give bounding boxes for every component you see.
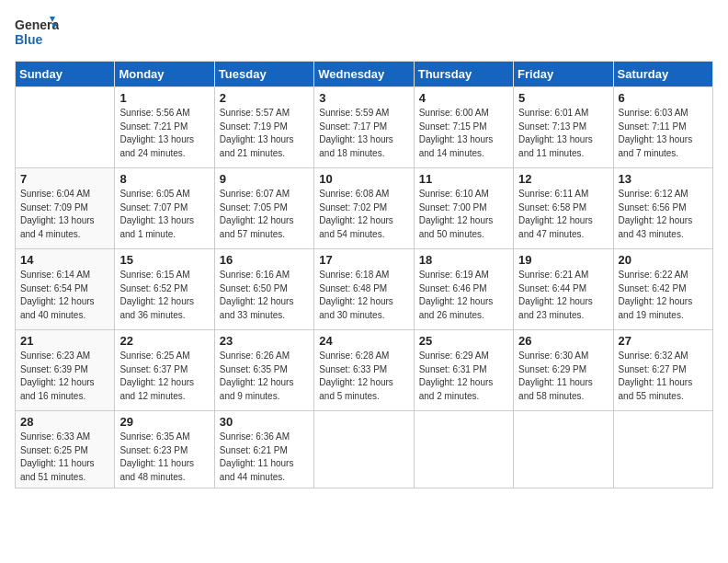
day-number: 13 bbox=[619, 172, 708, 186]
day-number: 26 bbox=[518, 334, 608, 348]
cell-details: Sunrise: 6:35 AMSunset: 6:23 PMDaylight:… bbox=[119, 431, 209, 484]
weekday-header: Thursday bbox=[414, 62, 513, 87]
calendar-cell: 26Sunrise: 6:30 AMSunset: 6:29 PMDayligh… bbox=[514, 330, 613, 411]
calendar-cell: 24Sunrise: 6:28 AMSunset: 6:33 PMDayligh… bbox=[314, 330, 414, 411]
calendar-cell: 2Sunrise: 5:57 AMSunset: 7:19 PMDaylight… bbox=[214, 87, 313, 168]
cell-details: Sunrise: 5:57 AMSunset: 7:19 PMDaylight:… bbox=[220, 107, 309, 160]
cell-details: Sunrise: 6:32 AMSunset: 6:27 PMDaylight:… bbox=[619, 350, 708, 403]
day-number: 17 bbox=[319, 253, 408, 267]
cell-details: Sunrise: 6:30 AMSunset: 6:29 PMDaylight:… bbox=[518, 350, 608, 403]
cell-details: Sunrise: 6:29 AMSunset: 6:31 PMDaylight:… bbox=[419, 350, 508, 403]
calendar-week-row: 1Sunrise: 5:56 AMSunset: 7:21 PMDaylight… bbox=[16, 87, 713, 168]
calendar-cell: 16Sunrise: 6:16 AMSunset: 6:50 PMDayligh… bbox=[214, 249, 313, 330]
day-number: 24 bbox=[319, 334, 408, 348]
weekday-header: Wednesday bbox=[314, 62, 414, 87]
day-number: 11 bbox=[419, 172, 508, 186]
cell-details: Sunrise: 6:04 AMSunset: 7:09 PMDaylight:… bbox=[20, 188, 109, 241]
calendar-cell: 5Sunrise: 6:01 AMSunset: 7:13 PMDaylight… bbox=[514, 87, 613, 168]
calendar-cell bbox=[16, 87, 115, 168]
calendar-cell bbox=[613, 411, 712, 488]
calendar-cell: 14Sunrise: 6:14 AMSunset: 6:54 PMDayligh… bbox=[16, 249, 115, 330]
cell-details: Sunrise: 6:03 AMSunset: 7:11 PMDaylight:… bbox=[619, 107, 708, 160]
calendar-cell: 13Sunrise: 6:12 AMSunset: 6:56 PMDayligh… bbox=[613, 168, 712, 249]
calendar-cell: 6Sunrise: 6:03 AMSunset: 7:11 PMDaylight… bbox=[613, 87, 712, 168]
weekday-header: Sunday bbox=[16, 62, 115, 87]
logo: General Blue bbox=[15, 15, 59, 55]
calendar-cell: 12Sunrise: 6:11 AMSunset: 6:58 PMDayligh… bbox=[514, 168, 613, 249]
cell-details: Sunrise: 6:15 AMSunset: 6:52 PMDaylight:… bbox=[119, 269, 209, 322]
cell-details: Sunrise: 6:08 AMSunset: 7:02 PMDaylight:… bbox=[319, 188, 408, 241]
weekday-header: Saturday bbox=[613, 62, 712, 87]
day-number: 28 bbox=[20, 415, 109, 429]
day-number: 3 bbox=[319, 91, 408, 105]
day-number: 8 bbox=[119, 172, 209, 186]
day-number: 7 bbox=[20, 172, 109, 186]
cell-details: Sunrise: 6:25 AMSunset: 6:37 PMDaylight:… bbox=[119, 350, 209, 403]
calendar-cell: 28Sunrise: 6:33 AMSunset: 6:25 PMDayligh… bbox=[16, 411, 115, 488]
cell-details: Sunrise: 6:23 AMSunset: 6:39 PMDaylight:… bbox=[20, 350, 109, 403]
calendar-cell: 11Sunrise: 6:10 AMSunset: 7:00 PMDayligh… bbox=[414, 168, 513, 249]
day-number: 6 bbox=[619, 91, 708, 105]
calendar-week-row: 28Sunrise: 6:33 AMSunset: 6:25 PMDayligh… bbox=[16, 411, 713, 488]
calendar-cell: 19Sunrise: 6:21 AMSunset: 6:44 PMDayligh… bbox=[514, 249, 613, 330]
cell-details: Sunrise: 6:36 AMSunset: 6:21 PMDaylight:… bbox=[220, 431, 309, 484]
cell-details: Sunrise: 6:14 AMSunset: 6:54 PMDaylight:… bbox=[20, 269, 109, 322]
calendar-week-row: 21Sunrise: 6:23 AMSunset: 6:39 PMDayligh… bbox=[16, 330, 713, 411]
calendar-cell: 8Sunrise: 6:05 AMSunset: 7:07 PMDaylight… bbox=[115, 168, 214, 249]
cell-details: Sunrise: 6:11 AMSunset: 6:58 PMDaylight:… bbox=[518, 188, 608, 241]
day-number: 27 bbox=[619, 334, 708, 348]
weekday-header: Tuesday bbox=[214, 62, 313, 87]
weekday-header: Monday bbox=[115, 62, 214, 87]
calendar-cell bbox=[414, 411, 513, 488]
calendar: SundayMondayTuesdayWednesdayThursdayFrid… bbox=[15, 61, 713, 488]
calendar-cell: 4Sunrise: 6:00 AMSunset: 7:15 PMDaylight… bbox=[414, 87, 513, 168]
day-number: 30 bbox=[220, 415, 309, 429]
cell-details: Sunrise: 6:18 AMSunset: 6:48 PMDaylight:… bbox=[319, 269, 408, 322]
day-number: 18 bbox=[419, 253, 508, 267]
calendar-cell: 29Sunrise: 6:35 AMSunset: 6:23 PMDayligh… bbox=[115, 411, 214, 488]
day-number: 22 bbox=[119, 334, 209, 348]
cell-details: Sunrise: 6:07 AMSunset: 7:05 PMDaylight:… bbox=[220, 188, 309, 241]
calendar-cell: 27Sunrise: 6:32 AMSunset: 6:27 PMDayligh… bbox=[613, 330, 712, 411]
cell-details: Sunrise: 6:22 AMSunset: 6:42 PMDaylight:… bbox=[619, 269, 708, 322]
calendar-week-row: 7Sunrise: 6:04 AMSunset: 7:09 PMDaylight… bbox=[16, 168, 713, 249]
cell-details: Sunrise: 6:26 AMSunset: 6:35 PMDaylight:… bbox=[220, 350, 309, 403]
calendar-cell: 25Sunrise: 6:29 AMSunset: 6:31 PMDayligh… bbox=[414, 330, 513, 411]
calendar-cell: 21Sunrise: 6:23 AMSunset: 6:39 PMDayligh… bbox=[16, 330, 115, 411]
calendar-cell bbox=[314, 411, 414, 488]
cell-details: Sunrise: 6:33 AMSunset: 6:25 PMDaylight:… bbox=[20, 431, 109, 484]
logo-svg: General Blue bbox=[15, 15, 59, 55]
day-number: 21 bbox=[20, 334, 109, 348]
day-number: 9 bbox=[220, 172, 309, 186]
day-number: 1 bbox=[119, 91, 209, 105]
calendar-cell: 20Sunrise: 6:22 AMSunset: 6:42 PMDayligh… bbox=[613, 249, 712, 330]
cell-details: Sunrise: 6:05 AMSunset: 7:07 PMDaylight:… bbox=[119, 188, 209, 241]
cell-details: Sunrise: 6:10 AMSunset: 7:00 PMDaylight:… bbox=[419, 188, 508, 241]
cell-details: Sunrise: 6:21 AMSunset: 6:44 PMDaylight:… bbox=[518, 269, 608, 322]
cell-details: Sunrise: 6:28 AMSunset: 6:33 PMDaylight:… bbox=[319, 350, 408, 403]
day-number: 15 bbox=[119, 253, 209, 267]
calendar-cell: 9Sunrise: 6:07 AMSunset: 7:05 PMDaylight… bbox=[214, 168, 313, 249]
day-number: 12 bbox=[518, 172, 608, 186]
day-number: 16 bbox=[220, 253, 309, 267]
weekday-header-row: SundayMondayTuesdayWednesdayThursdayFrid… bbox=[16, 62, 713, 87]
day-number: 19 bbox=[518, 253, 608, 267]
page-header: General Blue bbox=[15, 15, 713, 55]
calendar-week-row: 14Sunrise: 6:14 AMSunset: 6:54 PMDayligh… bbox=[16, 249, 713, 330]
cell-details: Sunrise: 5:56 AMSunset: 7:21 PMDaylight:… bbox=[119, 107, 209, 160]
calendar-cell: 22Sunrise: 6:25 AMSunset: 6:37 PMDayligh… bbox=[115, 330, 214, 411]
calendar-cell bbox=[514, 411, 613, 488]
day-number: 4 bbox=[419, 91, 508, 105]
calendar-cell: 23Sunrise: 6:26 AMSunset: 6:35 PMDayligh… bbox=[214, 330, 313, 411]
weekday-header: Friday bbox=[514, 62, 613, 87]
day-number: 10 bbox=[319, 172, 408, 186]
day-number: 5 bbox=[518, 91, 608, 105]
cell-details: Sunrise: 6:16 AMSunset: 6:50 PMDaylight:… bbox=[220, 269, 309, 322]
day-number: 29 bbox=[119, 415, 209, 429]
cell-details: Sunrise: 6:01 AMSunset: 7:13 PMDaylight:… bbox=[518, 107, 608, 160]
cell-details: Sunrise: 6:19 AMSunset: 6:46 PMDaylight:… bbox=[419, 269, 508, 322]
calendar-cell: 1Sunrise: 5:56 AMSunset: 7:21 PMDaylight… bbox=[115, 87, 214, 168]
calendar-cell: 10Sunrise: 6:08 AMSunset: 7:02 PMDayligh… bbox=[314, 168, 414, 249]
day-number: 23 bbox=[220, 334, 309, 348]
day-number: 2 bbox=[220, 91, 309, 105]
